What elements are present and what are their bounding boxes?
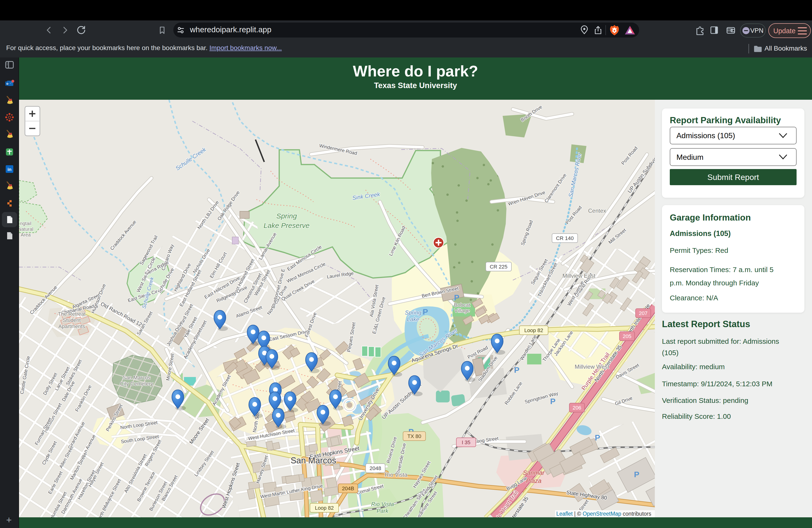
svg-text:o: o [6, 82, 9, 86]
svg-text:ngtail: ngtail [20, 221, 31, 226]
svg-text:San Marcos: San Marcos [291, 456, 336, 465]
svg-text:P: P [595, 433, 600, 442]
svg-text:207: 207 [639, 310, 648, 316]
svg-text:P: P [550, 397, 555, 406]
svg-text:Centex: Centex [588, 207, 606, 214]
svg-text:Millview West: Millview West [575, 364, 609, 370]
svg-text:San Marcos: San Marcos [122, 375, 150, 381]
svg-text:Spring: Spring [405, 309, 421, 316]
svg-text:206: 206 [573, 405, 581, 411]
svg-text:Apartments: Apartments [58, 323, 85, 329]
svg-text:Area: Area [21, 232, 31, 237]
svg-text:The Retreat: The Retreat [58, 311, 86, 317]
svg-text:Lake Preserve: Lake Preserve [263, 221, 309, 229]
svg-text:Park: Park [377, 508, 389, 514]
svg-text:Loop 82: Loop 82 [524, 327, 543, 333]
svg-text:Leaflet | © OpenStreetMap cont: Leaflet | © OpenStreetMap contributors [556, 511, 651, 517]
svg-text:Bobcat: Bobcat [454, 302, 470, 308]
svg-text:Sanmar: Sanmar [523, 469, 545, 476]
svg-text:Spring: Spring [276, 212, 297, 220]
svg-text:City Cemetery: City Cemetery [120, 381, 153, 387]
svg-text:204B: 204B [342, 485, 354, 492]
svg-text:Rio Vista: Rio Vista [371, 501, 394, 507]
svg-text:Loop 82: Loop 82 [315, 505, 334, 511]
svg-text:Village: Village [454, 308, 470, 313]
svg-text:CR 140: CR 140 [556, 235, 574, 241]
svg-text:P: P [634, 470, 639, 479]
svg-text:Millview East: Millview East [563, 273, 595, 279]
svg-text:P: P [423, 307, 428, 316]
svg-text:Student: Student [63, 317, 81, 323]
svg-text:2048: 2048 [370, 465, 381, 471]
svg-text:Plaza: Plaza [526, 477, 541, 484]
svg-text:Rio Vista: Rio Vista [385, 471, 407, 478]
svg-text:I 35: I 35 [462, 439, 470, 445]
svg-text:P: P [454, 293, 460, 302]
svg-text:Lake: Lake [407, 316, 419, 322]
svg-text:TX 80: TX 80 [407, 433, 421, 439]
svg-text:P: P [514, 365, 520, 375]
svg-text:in: in [8, 167, 12, 172]
svg-text:Natural: Natural [19, 226, 33, 232]
svg-text:205: 205 [623, 333, 632, 339]
svg-text:CR 225: CR 225 [490, 264, 508, 270]
